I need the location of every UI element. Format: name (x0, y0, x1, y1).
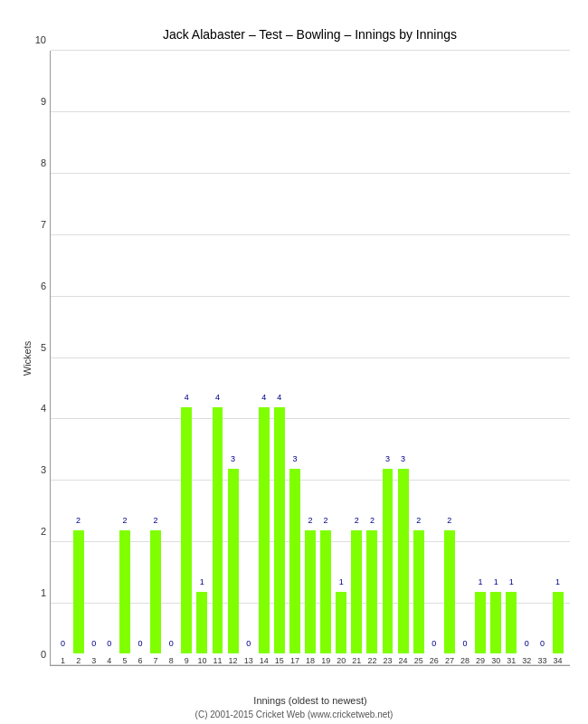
bar: 4 (213, 407, 223, 653)
bar-value-label: 2 (370, 516, 375, 525)
bar-group: 415 (271, 51, 287, 665)
x-tick-label: 7 (154, 656, 158, 665)
bar: 2 (119, 530, 130, 653)
copyright: (C) 2001-2015 Cricket Web (www.cricketwe… (195, 710, 394, 719)
bar-value-label: 4 (277, 393, 281, 402)
bar-value-label: 2 (416, 516, 421, 525)
bar: 1 (196, 592, 207, 653)
bar-value-label: 4 (185, 393, 189, 402)
bar-group: 22 (71, 51, 86, 665)
bar: 3 (228, 469, 239, 653)
y-tick-label: 2 (24, 526, 46, 537)
bar-group: 414 (256, 51, 271, 665)
bar-group: 026 (426, 51, 441, 665)
bars-container: 0122030425062708491104113120134144153172… (51, 51, 570, 665)
bar-group: 219 (318, 51, 334, 665)
x-tick-label: 28 (460, 656, 469, 665)
bar-value-label: 2 (355, 516, 359, 525)
bar-value-label: 3 (385, 454, 390, 463)
bar-value-label: 0 (432, 639, 436, 648)
bar-group: 110 (194, 51, 210, 665)
y-tick-label: 10 (24, 34, 46, 45)
x-tick-label: 6 (138, 656, 143, 665)
bar-group: 01 (55, 51, 71, 665)
x-tick-label: 10 (197, 656, 206, 665)
bar-value-label: 1 (555, 577, 560, 586)
x-tick-label: 17 (290, 656, 299, 665)
bar: 4 (259, 407, 270, 653)
bar-value-label: 0 (525, 639, 529, 648)
x-axis-label: Innings (oldest to newest) (253, 695, 366, 706)
x-tick-label: 19 (321, 656, 330, 665)
bar-value-label: 0 (107, 639, 111, 648)
x-tick-label: 33 (537, 656, 546, 665)
y-tick-label: 5 (24, 342, 46, 353)
x-tick-label: 32 (522, 656, 531, 665)
y-tick-label: 1 (24, 587, 46, 598)
chart-title: Jack Alabaster – Test – Bowling – Inning… (50, 27, 570, 42)
y-tick-label: 8 (24, 157, 46, 168)
bar-group: 324 (395, 51, 411, 665)
bar-value-label: 3 (401, 454, 405, 463)
x-tick-label: 18 (306, 656, 315, 665)
bar-group: 411 (210, 51, 225, 665)
bar: 1 (336, 592, 346, 653)
y-tick-label: 0 (24, 649, 46, 660)
bar: 1 (506, 592, 517, 653)
bar-group: 04 (101, 51, 117, 665)
bar-value-label: 1 (339, 577, 344, 586)
bar: 1 (475, 592, 486, 653)
bar: 3 (398, 469, 409, 653)
bar-group: 033 (535, 51, 550, 665)
bar-group: 08 (164, 51, 179, 665)
bar-value-label: 1 (200, 577, 204, 586)
bar-group: 131 (504, 51, 519, 665)
chart-area: Wickets Innings (oldest to newest) 01234… (50, 51, 570, 666)
bar-group: 028 (457, 51, 472, 665)
x-tick-label: 8 (169, 656, 174, 665)
x-tick-label: 15 (275, 656, 284, 665)
bar: 1 (490, 592, 501, 653)
bar: 3 (289, 469, 300, 653)
bar: 2 (351, 530, 362, 653)
bar-group: 49 (179, 51, 194, 665)
x-tick-label: 4 (107, 656, 111, 665)
bar-group: 225 (411, 51, 426, 665)
bar-value-label: 2 (122, 516, 127, 525)
bar-group: 032 (519, 51, 535, 665)
bar-group: 06 (132, 51, 147, 665)
bar-value-label: 3 (292, 454, 297, 463)
bar-group: 25 (117, 51, 132, 665)
bar-value-label: 3 (231, 454, 235, 463)
x-tick-label: 27 (445, 656, 454, 665)
bar-value-label: 2 (76, 516, 81, 525)
x-tick-label: 13 (244, 656, 253, 665)
bar-group: 227 (441, 51, 457, 665)
y-tick-label: 3 (24, 464, 46, 475)
bar-group: 222 (365, 51, 380, 665)
bar-group: 134 (550, 51, 565, 665)
bar-value-label: 2 (324, 516, 328, 525)
x-tick-label: 22 (367, 656, 376, 665)
bar-value-label: 0 (91, 639, 96, 648)
bar-value-label: 0 (61, 639, 65, 648)
bar-group: 312 (225, 51, 241, 665)
bar: 4 (274, 407, 285, 653)
y-tick-label: 9 (24, 96, 46, 107)
bar-group: 317 (287, 51, 302, 665)
y-tick-label: 6 (24, 281, 46, 291)
bar-group: 013 (241, 51, 256, 665)
bar-value-label: 0 (169, 639, 174, 648)
bar-value-label: 1 (494, 577, 498, 586)
bar: 2 (305, 530, 316, 653)
bar-value-label: 2 (154, 516, 158, 525)
x-tick-label: 30 (491, 656, 500, 665)
x-tick-label: 14 (260, 656, 269, 665)
y-tick-label: 4 (24, 403, 46, 414)
y-tick-label: 7 (24, 219, 46, 230)
bar-value-label: 1 (509, 577, 514, 586)
bar-value-label: 0 (462, 639, 467, 648)
bar-group: 03 (86, 51, 101, 665)
x-tick-label: 21 (352, 656, 361, 665)
bar-value-label: 4 (215, 393, 220, 402)
